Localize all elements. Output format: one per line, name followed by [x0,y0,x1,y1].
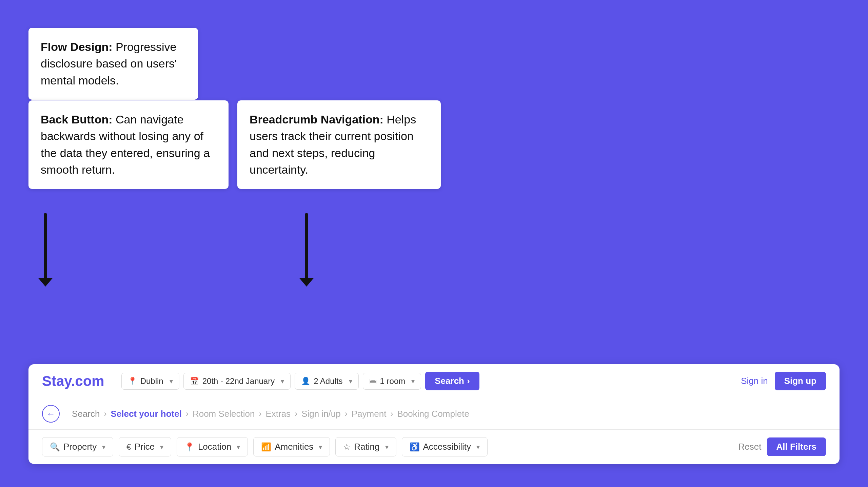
amenities-filter[interactable]: 📶 Amenities ▾ [253,437,330,456]
amenities-icon: 📶 [261,442,271,452]
guests-value: 2 Adults [314,376,342,386]
hotel-logo: Stay.com [42,373,104,389]
dates-value: 20th - 22nd January [202,376,275,386]
back-button-arrow [44,213,47,279]
rooms-icon: 🛏 [369,377,377,386]
breadcrumb-payment[interactable]: Payment [352,409,387,419]
amenities-label: Amenities [275,442,313,452]
price-filter[interactable]: € Price ▾ [119,437,171,456]
breadcrumb-nav-bold: Breadcrumb Navigation: [250,113,383,126]
breadcrumb-nav-tooltip: Breadcrumb Navigation: Helps users track… [237,100,441,189]
breadcrumb-search[interactable]: Search [72,409,100,419]
filter-bar: 🔍 Property ▾ € Price ▾ 📍 Location ▾ 📶 Am… [28,430,840,464]
breadcrumb-sep-1: › [104,409,106,418]
breadcrumb-booking-complete[interactable]: Booking Complete [397,409,469,419]
breadcrumb-extras[interactable]: Extras [265,409,291,419]
location-value: Dublin [140,376,163,386]
location-filter-label: Location [198,442,231,452]
breadcrumb-arrow [305,213,308,279]
accessibility-filter[interactable]: ♿ Accessibility ▾ [402,437,488,456]
amenities-chevron: ▾ [319,443,322,451]
rooms-value: 1 room [380,376,406,386]
location-chevron: ▾ [170,377,173,385]
rooms-chevron: ▾ [411,377,415,385]
back-button-tooltip: Back Button: Can navigate backwards with… [28,100,229,189]
rating-chevron: ▾ [385,443,389,451]
property-icon: 🔍 [50,442,60,452]
dates-field[interactable]: 📅 20th - 22nd January ▾ [183,373,291,390]
accessibility-icon: ♿ [410,442,420,452]
search-arrow-icon: › [467,376,470,386]
back-button-bold: Back Button: [41,113,113,126]
guests-icon: 👤 [301,377,310,386]
accessibility-label: Accessibility [423,442,471,452]
breadcrumb-items: Search › Select your hotel › Room Select… [72,409,469,419]
search-label: Search [435,376,464,386]
property-chevron: ▾ [102,443,105,451]
flow-design-tooltip: Flow Design: Progressive disclosure base… [28,28,198,100]
breadcrumb-sep-2: › [186,409,189,418]
back-icon: ← [46,409,55,419]
flow-design-bold: Flow Design: [41,40,113,53]
search-button[interactable]: Search › [425,372,479,390]
breadcrumb-sep-3: › [259,409,261,418]
breadcrumb-select-hotel[interactable]: Select your hotel [111,409,182,419]
dates-icon: 📅 [190,377,199,386]
price-label: Price [135,442,155,452]
location-filter-icon: 📍 [184,442,195,452]
search-bar: 📍 Dublin ▾ 📅 20th - 22nd January ▾ 👤 2 A… [121,372,734,390]
location-chevron-filter: ▾ [237,443,240,451]
property-filter[interactable]: 🔍 Property ▾ [42,437,113,456]
filter-actions: Reset All Filters [738,437,826,456]
hotel-header: Stay.com 📍 Dublin ▾ 📅 20th - 22nd Januar… [28,364,840,398]
all-filters-button[interactable]: All Filters [767,437,826,456]
rating-icon: ☆ [343,442,351,452]
breadcrumb-sep-5: › [345,409,348,418]
property-label: Property [63,442,97,452]
guests-field[interactable]: 👤 2 Adults ▾ [295,373,358,390]
breadcrumb-signin-up[interactable]: Sign in/up [301,409,341,419]
location-icon: 📍 [128,377,137,386]
rooms-field[interactable]: 🛏 1 room ▾ [363,373,421,390]
auth-buttons: Sign in Sign up [741,372,826,390]
reset-button[interactable]: Reset [738,442,762,452]
price-chevron: ▾ [160,443,163,451]
price-icon: € [126,442,131,452]
breadcrumb-room-selection[interactable]: Room Selection [193,409,255,419]
dates-chevron: ▾ [281,377,284,385]
location-filter[interactable]: 📍 Location ▾ [177,437,248,456]
breadcrumb-sep-6: › [390,409,393,418]
guests-chevron: ▾ [349,377,352,385]
breadcrumb-sep-4: › [295,409,297,418]
hotel-booking-ui: Stay.com 📍 Dublin ▾ 📅 20th - 22nd Januar… [28,364,840,464]
signup-button[interactable]: Sign up [775,372,826,390]
location-field[interactable]: 📍 Dublin ▾ [121,373,179,390]
back-button[interactable]: ← [42,405,60,423]
accessibility-chevron: ▾ [476,443,480,451]
breadcrumb-bar: ← Search › Select your hotel › Room Sele… [28,398,840,430]
rating-filter[interactable]: ☆ Rating ▾ [335,437,396,456]
signin-button[interactable]: Sign in [741,376,768,386]
rating-label: Rating [354,442,379,452]
